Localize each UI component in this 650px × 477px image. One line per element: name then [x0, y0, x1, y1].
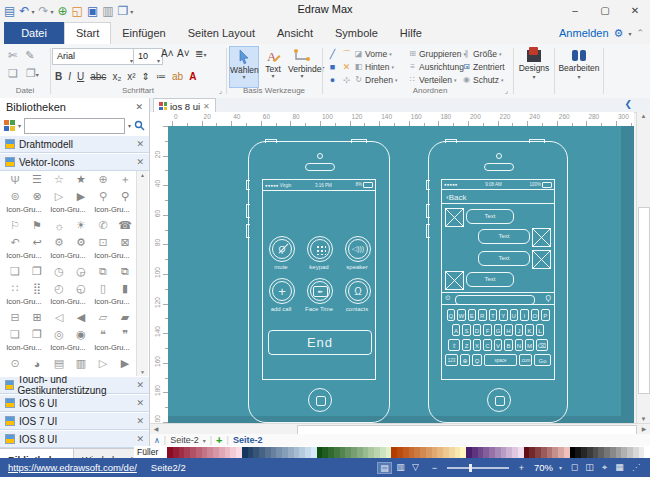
vector-icon[interactable]: ❐ [26, 328, 48, 341]
chat-bubble[interactable]: Text [478, 251, 530, 266]
vector-icon[interactable]: ↩ [26, 236, 48, 249]
menu-tab-symbole[interactable]: Symbole [324, 22, 389, 44]
key-H[interactable]: H [504, 324, 513, 336]
vertical-scroll-thumb[interactable] [638, 207, 650, 394]
message-input-bar[interactable]: ⊙ Ϙ [442, 292, 554, 305]
key-B[interactable]: B [504, 339, 513, 351]
view-mode-icon-1[interactable]: ▥ [394, 462, 407, 474]
library-search-input[interactable] [24, 118, 125, 134]
vector-icon[interactable]: ▤ [48, 357, 70, 370]
fit-icon-1[interactable]: ◫ [583, 462, 596, 473]
vector-icon[interactable]: ⚲ [114, 190, 136, 203]
gear-caret-icon[interactable]: ▾ [628, 30, 631, 37]
vector-icon[interactable]: ⚙ [48, 236, 70, 249]
vector-icon[interactable]: ▰ [114, 311, 136, 324]
library-section-touch-und-gestikunterst-tzung[interactable]: Touch- und Gestikunterstützung✕ [0, 376, 149, 394]
vector-icon[interactable]: ▷ [92, 357, 114, 370]
minimize-button[interactable]: – [560, 0, 590, 21]
vector-icon[interactable]: ⚐ [4, 219, 26, 232]
vertical-scrollbar[interactable]: ▲ ▼ [636, 112, 650, 423]
key-.com[interactable]: .com [519, 354, 532, 366]
fit-icon-0[interactable]: ◻ [568, 462, 581, 473]
clipboard-icons-row2[interactable]: ❏❐▾ [8, 67, 39, 80]
section-close-icon[interactable]: ✕ [136, 416, 144, 426]
key-P[interactable]: P [541, 309, 550, 321]
vector-icon[interactable]: ★ [70, 173, 92, 186]
vector-icon[interactable]: ❐ [26, 265, 48, 278]
key-123[interactable]: 123 [445, 354, 458, 366]
document-tab[interactable]: ios 8 ui ✕ [153, 98, 216, 113]
mic-icon[interactable]: Ϙ [546, 294, 551, 301]
drawing-canvas[interactable]: ●●●●● Virgin 3:16 PM 8% Ϙ ◁))) mute keyp… [168, 126, 634, 423]
anordnen-schutz[interactable]: ◉Schutz▾ [462, 73, 505, 86]
key-Go[interactable]: Go [534, 354, 551, 366]
anordnen-gruppieren[interactable]: ⊞Gruppieren▾ [408, 47, 468, 60]
key-⇧[interactable]: ⇧ [448, 339, 460, 351]
designs-button[interactable]: Designs ▾ [516, 46, 552, 92]
library-section-ios-7-ui[interactable]: IOS 7 UI✕ [0, 412, 149, 430]
grid-scrollbar[interactable]: ▲ ▼ [136, 171, 148, 376]
key-Y[interactable]: Y [499, 309, 508, 321]
avatar[interactable] [445, 271, 464, 290]
vector-icon[interactable]: ▷ [48, 190, 70, 203]
speaker-button[interactable]: ◁))) [345, 236, 371, 262]
zoom-slider[interactable] [447, 467, 509, 469]
scroll-down-icon[interactable]: ▼ [137, 369, 148, 375]
vector-icon[interactable]: ⊚ [4, 190, 26, 203]
draw-tool-4[interactable]: ● [326, 74, 339, 86]
anordnen-verteilen[interactable]: ∷Verteilen▾ [408, 73, 468, 86]
vector-icon[interactable]: ❝ [92, 328, 114, 341]
view-mode-icon-2[interactable]: ▽ [409, 462, 422, 474]
library-section-ios-8-ui[interactable]: IOS 8 UI✕ [0, 430, 149, 448]
ribbon-collapse-icon[interactable]: ⌃ [636, 28, 644, 38]
section-close-icon[interactable]: ✕ [136, 398, 144, 408]
scroll-down-icon[interactable]: ▼ [637, 416, 650, 422]
key-space[interactable]: space [484, 354, 517, 366]
zoom-caret-icon[interactable]: ▾ [559, 464, 562, 471]
end-call-button[interactable]: End [268, 330, 372, 355]
vector-icon[interactable]: ⊟ [4, 311, 26, 324]
chat-bubble[interactable]: Text [478, 229, 530, 244]
vector-icon[interactable]: ◎ [48, 328, 70, 341]
anordnen-zentriert[interactable]: ⊡Zentriert [462, 60, 505, 73]
select-tool-button[interactable]: Wählen ▾ [229, 46, 259, 88]
key-S[interactable]: S [462, 324, 471, 336]
key-R[interactable]: R [478, 309, 487, 321]
avatar[interactable] [532, 250, 551, 269]
clipboard-icons-row1[interactable]: ✄✎ [8, 49, 34, 62]
menu-tab-start[interactable]: Start [64, 22, 111, 44]
vector-icon[interactable]: ◷ [48, 265, 70, 278]
anordnen-hinten[interactable]: ◧Hinten▾ [354, 60, 397, 73]
key-J[interactable]: J [515, 324, 524, 336]
vector-icon[interactable]: ▶ [70, 190, 92, 203]
section-close-icon[interactable]: ✕ [136, 434, 144, 444]
key-F[interactable]: F [483, 324, 492, 336]
zoom-level[interactable]: 70% [534, 462, 553, 473]
mute-button[interactable]: Ϙ [269, 236, 295, 262]
vector-icon[interactable]: ❞ [114, 328, 136, 341]
vector-icon[interactable]: ◕ [26, 358, 48, 370]
page-tab-seite2[interactable]: Seite-2 [233, 435, 263, 445]
messages-screen[interactable]: ●●●●● 9:08 AM 100% ‹Back TextTextTextTex… [441, 179, 555, 380]
vector-icon[interactable]: ◴ [48, 282, 70, 295]
vector-icon[interactable]: ＋ [114, 172, 136, 187]
iphone-call-wireframe[interactable]: ●●●●● Virgin 3:16 PM 8% Ϙ ◁))) mute keyp… [248, 141, 390, 423]
vector-icon[interactable]: ⊗ [26, 190, 48, 203]
key-⊕[interactable]: ⊕ [460, 354, 470, 366]
vector-icon[interactable]: ⧉ [92, 265, 114, 278]
vector-icon[interactable]: ◵ [70, 282, 92, 295]
pagebar-collapse-icon[interactable]: ∧ [154, 436, 160, 445]
vector-icon[interactable]: ☼ [48, 220, 70, 232]
keypad-button[interactable] [307, 236, 333, 262]
vector-icon[interactable]: ⚲ [92, 190, 114, 203]
cut-icon[interactable]: ✄ [8, 49, 17, 62]
anordnen-ausrichtung[interactable]: ≡Ausrichtung▾ [408, 60, 468, 73]
fit-icon-2[interactable]: ⌖ [598, 462, 611, 473]
draw-tool-5[interactable]: ⊹ [340, 74, 353, 86]
document-close-icon[interactable]: ✕ [203, 102, 210, 111]
key-I[interactable]: I [520, 309, 529, 321]
vector-icon[interactable]: ◀ [70, 311, 92, 324]
section-close-icon[interactable]: ✕ [136, 157, 144, 167]
home-button[interactable] [308, 388, 332, 412]
page-selector[interactable]: Seite-2 [170, 435, 199, 445]
